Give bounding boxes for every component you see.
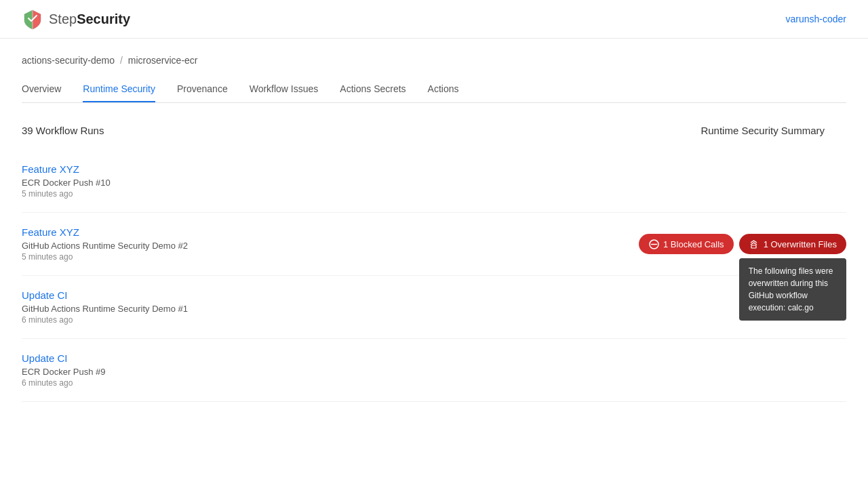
svg-rect-2 bbox=[751, 245, 756, 248]
tabs-nav: Overview Runtime Security Provenance Wor… bbox=[22, 77, 846, 103]
user-link[interactable]: varunsh-coder bbox=[786, 14, 847, 24]
run-title-4[interactable]: Update CI bbox=[22, 352, 106, 364]
tab-provenance[interactable]: Provenance bbox=[177, 77, 228, 102]
content-area: 39 Workflow Runs Runtime Security Summar… bbox=[22, 125, 846, 402]
overwritten-icon bbox=[749, 239, 760, 249]
overwritten-badge-wrapper: 1 Overwritten Files The following files … bbox=[739, 234, 846, 254]
overwritten-tooltip: The following files were overwritten dur… bbox=[739, 258, 846, 321]
run-time-4: 6 minutes ago bbox=[22, 378, 106, 388]
tab-overview[interactable]: Overview bbox=[22, 77, 61, 102]
logo: StepSecurity bbox=[22, 8, 130, 30]
tab-actions-secrets[interactable]: Actions Secrets bbox=[340, 77, 406, 102]
run-item-3: Update CI GitHub Actions Runtime Securit… bbox=[22, 276, 846, 339]
run-info: Feature XYZ ECR Docker Push #10 5 minute… bbox=[22, 163, 111, 199]
breadcrumb: actions-security-demo / microservice-ecr bbox=[22, 39, 846, 77]
run-badges-2: 1 Blocked Calls 1 Overwritten bbox=[639, 234, 846, 254]
section-header: 39 Workflow Runs Runtime Security Summar… bbox=[22, 125, 846, 136]
run-time-2: 5 minutes ago bbox=[22, 252, 188, 262]
breadcrumb-repo: microservice-ecr bbox=[128, 55, 198, 66]
run-time-1: 5 minutes ago bbox=[22, 189, 111, 199]
run-title-1[interactable]: Feature XYZ bbox=[22, 163, 111, 175]
blocked-calls-label: 1 Blocked Calls bbox=[663, 239, 724, 249]
tab-runtime-security[interactable]: Runtime Security bbox=[83, 77, 155, 102]
blocked-icon bbox=[648, 239, 659, 249]
main-content: actions-security-demo / microservice-ecr… bbox=[0, 39, 868, 402]
run-subtitle-1: ECR Docker Push #10 bbox=[22, 178, 111, 188]
run-item-2: Feature XYZ GitHub Actions Runtime Secur… bbox=[22, 213, 846, 276]
blocked-calls-badge[interactable]: 1 Blocked Calls bbox=[639, 234, 734, 254]
logo-text: StepSecurity bbox=[49, 12, 130, 27]
run-item-4: Update CI ECR Docker Push #9 6 minutes a… bbox=[22, 339, 846, 402]
runs-section: 39 Workflow Runs Runtime Security Summar… bbox=[22, 125, 846, 402]
run-title-3[interactable]: Update CI bbox=[22, 289, 188, 301]
run-subtitle-2: GitHub Actions Runtime Security Demo #2 bbox=[22, 241, 188, 251]
overwritten-files-label: 1 Overwritten Files bbox=[764, 239, 837, 249]
run-item: Feature XYZ ECR Docker Push #10 5 minute… bbox=[22, 150, 846, 213]
run-subtitle-4: ECR Docker Push #9 bbox=[22, 367, 106, 377]
breadcrumb-separator: / bbox=[120, 55, 123, 66]
logo-icon bbox=[22, 8, 43, 30]
run-info-2: Feature XYZ GitHub Actions Runtime Secur… bbox=[22, 226, 188, 262]
tab-actions[interactable]: Actions bbox=[428, 77, 459, 102]
run-info-3: Update CI GitHub Actions Runtime Securit… bbox=[22, 289, 188, 325]
header: StepSecurity varunsh-coder bbox=[0, 0, 868, 39]
run-time-3: 6 minutes ago bbox=[22, 315, 188, 325]
runtime-summary-label: Runtime Security Summary bbox=[701, 125, 825, 136]
tab-workflow-issues[interactable]: Workflow Issues bbox=[250, 77, 319, 102]
workflow-count: 39 Workflow Runs bbox=[22, 125, 104, 136]
breadcrumb-org: actions-security-demo bbox=[22, 55, 115, 66]
overwritten-files-badge[interactable]: 1 Overwritten Files bbox=[739, 234, 846, 254]
run-subtitle-3: GitHub Actions Runtime Security Demo #1 bbox=[22, 304, 188, 314]
run-info-4: Update CI ECR Docker Push #9 6 minutes a… bbox=[22, 352, 106, 388]
run-title-2[interactable]: Feature XYZ bbox=[22, 226, 188, 238]
